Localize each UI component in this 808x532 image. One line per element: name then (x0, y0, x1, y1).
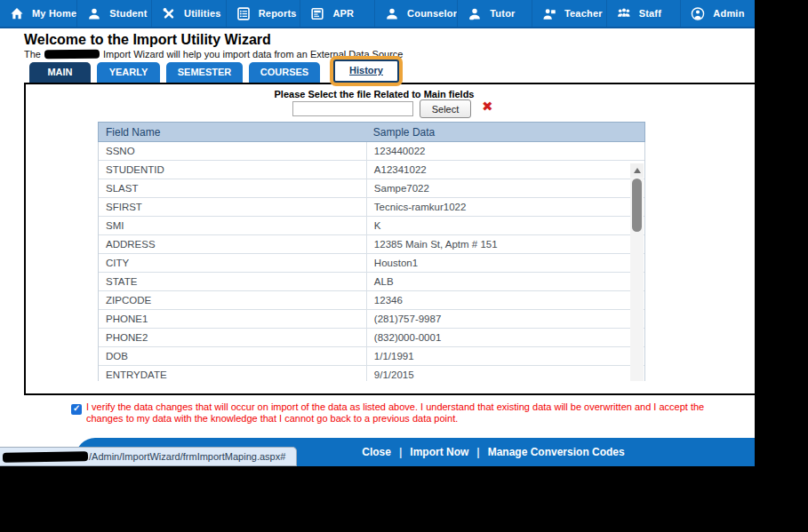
field-name-cell: PHONE2 (99, 329, 366, 346)
sample-data-cell: A12341022 (366, 161, 644, 179)
field-name-cell: SSNO (99, 142, 366, 160)
utilities-icon (162, 6, 178, 20)
table-row: CITYHouston1 (99, 254, 644, 273)
table-row: DOB1/1/1991 (99, 347, 644, 366)
nav-item-tutor[interactable]: Tutor (457, 0, 532, 27)
table-row: PHONE2(832)000-0001 (99, 329, 644, 347)
scroll-up-button[interactable] (630, 163, 644, 177)
table-body: SSNO123440022STUDENTIDA12341022SLASTSamp… (98, 142, 645, 381)
nav-item-my-home[interactable]: My Home (0, 0, 76, 27)
table-row: ADDRESS12385 Main St, Aptm # 151 (99, 235, 644, 254)
sample-data-cell: 9/1/2015 (366, 366, 644, 381)
table-header-row: Field Name Sample Data (98, 122, 645, 142)
wizard-panel: Please Select the file Related to Main f… (24, 83, 755, 395)
file-path-input[interactable] (292, 101, 413, 116)
tab-history[interactable]: History (333, 60, 399, 83)
tab-semester[interactable]: SEMESTER (166, 62, 243, 83)
sample-data-cell: Tecnics-ramkur1022 (366, 198, 644, 216)
footer-link-close[interactable]: Close (362, 446, 391, 458)
tab-courses[interactable]: COURSES (249, 62, 320, 83)
redaction-blob (3, 451, 88, 463)
sample-data-cell: 12385 Main St, Aptm # 151 (366, 235, 644, 253)
subtitle-suffix: Import Wizard will help you import data … (103, 49, 403, 60)
teacher-icon (542, 6, 558, 20)
field-mapping-table: Field Name Sample Data SSNO123440022STUD… (98, 122, 645, 381)
field-name-cell: SMI (99, 217, 366, 234)
scrollbar-thumb[interactable] (632, 179, 642, 232)
nav-label: My Home (32, 8, 76, 19)
top-navbar: My HomeStudentUtilitiesReportsAPRCounsel… (0, 0, 755, 28)
sample-data-cell: 12346 (366, 291, 644, 309)
sample-data-cell: K (366, 217, 644, 234)
app-window: My HomeStudentUtilitiesReportsAPRCounsel… (0, 0, 755, 466)
field-name-cell: SFIRST (99, 198, 366, 216)
admin-icon (691, 6, 707, 20)
subtitle-prefix: The (24, 49, 41, 60)
field-name-cell: ZIPCODE (99, 291, 366, 309)
nav-item-reports[interactable]: Reports (226, 0, 300, 27)
file-select-label: Please Select the file Related to Main f… (26, 89, 755, 99)
nav-item-teacher[interactable]: Teacher (532, 0, 606, 27)
wizard-tabstrip: MAINYEARLYSEMESTERCOURSESHistory (29, 62, 399, 83)
nav-label: Staff (639, 8, 661, 19)
nav-label: Admin (713, 8, 744, 19)
verify-row: I verify the data changes that will occu… (71, 401, 724, 424)
nav-label: Utilities (184, 8, 221, 19)
field-name-cell: DOB (99, 347, 366, 365)
nav-label: Teacher (564, 8, 603, 19)
table-row: PHONE1(281)757-9987 (99, 310, 644, 329)
apr-icon (310, 6, 326, 20)
verify-checkbox[interactable] (71, 404, 82, 415)
sample-data-cell: (832)000-0001 (366, 329, 644, 346)
nav-item-utilities[interactable]: Utilities (151, 0, 226, 27)
field-name-cell: ENTRYDATE (99, 366, 366, 381)
home-icon (10, 6, 26, 20)
table-row: ZIPCODE12346 (99, 291, 644, 310)
table-scrollbar[interactable] (630, 163, 644, 381)
nav-label: Counselor (407, 8, 457, 19)
footer-link-manage-conversion-codes[interactable]: Manage Conversion Codes (488, 446, 625, 458)
tutor-icon (468, 6, 484, 20)
nav-item-staff[interactable]: Staff (606, 0, 681, 27)
nav-item-counselor[interactable]: Counselor (374, 0, 457, 27)
column-header-sample-data: Sample Data (366, 126, 435, 139)
field-name-cell: STUDENTID (99, 161, 366, 179)
sample-data-cell: Sampe7022 (366, 179, 644, 197)
footer-link-import-now[interactable]: Import Now (410, 446, 468, 458)
tab-yearly[interactable]: YEARLY (97, 62, 160, 83)
nav-label: Reports (259, 8, 297, 19)
nav-label: Tutor (490, 8, 515, 19)
sample-data-cell: ALB (366, 273, 644, 290)
redaction-blob (44, 50, 100, 60)
footer-separator: | (476, 446, 479, 458)
sample-data-cell: Houston1 (366, 254, 644, 272)
table-row: STATEALB (99, 273, 644, 291)
field-name-cell: STATE (99, 273, 366, 290)
nav-item-admin[interactable]: Admin (680, 0, 755, 27)
nav-label: APR (332, 8, 354, 19)
nav-item-apr[interactable]: APR (300, 0, 374, 27)
table-row: SFIRSTTecnics-ramkur1022 (99, 198, 644, 217)
counselor-icon (385, 6, 401, 20)
table-row: SLASTSampe7022 (99, 179, 644, 198)
nav-item-student[interactable]: Student (76, 0, 151, 27)
table-row: SMIK (99, 217, 644, 235)
column-header-field-name: Field Name (99, 126, 366, 139)
staff-icon (617, 6, 633, 20)
field-name-cell: PHONE1 (99, 310, 366, 328)
red-x-icon[interactable]: ✖ (482, 99, 493, 115)
select-file-button[interactable]: Select (420, 99, 471, 118)
sample-data-cell: 1/1/1991 (366, 347, 644, 365)
sample-data-cell: 123440022 (366, 142, 644, 160)
table-row: SSNO123440022 (99, 142, 644, 161)
field-name-cell: SLAST (99, 179, 366, 197)
page-title: Welcome to the Import Utility Wizard (24, 32, 271, 48)
sample-data-cell: (281)757-9987 (366, 310, 644, 328)
tab-main[interactable]: MAIN (29, 62, 91, 83)
footer-separator: | (399, 446, 402, 458)
table-row: STUDENTIDA12341022 (99, 161, 644, 179)
verify-statement: I verify the data changes that will occu… (86, 401, 724, 424)
field-name-cell: CITY (99, 254, 366, 272)
field-name-cell: ADDRESS (99, 235, 366, 253)
reports-icon (236, 6, 252, 20)
